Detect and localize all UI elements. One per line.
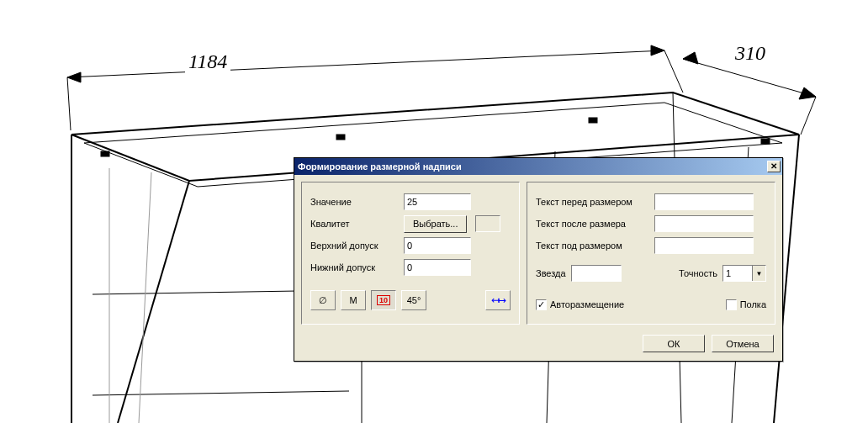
svg-rect-19 bbox=[761, 139, 770, 144]
qualitet-label: Квалитет bbox=[310, 219, 399, 229]
dimension-label-top: 1184 bbox=[185, 50, 230, 73]
svg-line-1 bbox=[67, 77, 71, 130]
star-input[interactable] bbox=[571, 265, 622, 282]
dimension-label-right: 310 bbox=[732, 42, 769, 65]
checkbox-checked-icon: ✓ bbox=[536, 299, 547, 310]
symbol-toolbar: ∅ М 10 45° ↤↦ bbox=[310, 288, 511, 312]
upper-tolerance-label: Верхний допуск bbox=[310, 241, 399, 251]
text-under-input[interactable] bbox=[654, 237, 754, 254]
autoplacement-checkbox[interactable]: ✓ Авторазмещение bbox=[536, 293, 624, 315]
svg-line-15 bbox=[139, 172, 151, 423]
metric-symbol-button[interactable]: М bbox=[341, 290, 366, 310]
checkbox-unchecked-icon bbox=[726, 299, 737, 310]
svg-marker-8 bbox=[799, 87, 816, 99]
svg-marker-3 bbox=[67, 72, 81, 82]
dialog-titlebar[interactable]: Формирование размерной надписи ✕ bbox=[294, 158, 782, 175]
boxed-10-icon: 10 bbox=[377, 295, 390, 305]
shelf-checkbox[interactable]: Полка bbox=[726, 293, 766, 315]
angle-symbol-button[interactable]: 45° bbox=[401, 290, 426, 310]
diameter-symbol-button[interactable]: ∅ bbox=[310, 290, 336, 310]
svg-line-2 bbox=[664, 50, 683, 93]
upper-tolerance-input[interactable] bbox=[404, 237, 471, 254]
svg-line-0 bbox=[67, 50, 664, 77]
star-label: Звезда bbox=[536, 268, 566, 278]
svg-line-6 bbox=[801, 97, 816, 135]
svg-line-13 bbox=[93, 391, 349, 395]
text-before-label: Текст перед размером bbox=[536, 197, 649, 207]
precision-label: Точность bbox=[679, 268, 717, 278]
svg-rect-16 bbox=[101, 151, 109, 156]
autoplacement-label: Авторазмещение bbox=[550, 299, 624, 309]
qualitet-display bbox=[475, 215, 500, 232]
text-after-input[interactable] bbox=[654, 215, 754, 232]
right-group: Текст перед размером Текст после размера… bbox=[527, 182, 775, 325]
ok-button[interactable]: ОК bbox=[643, 335, 705, 352]
value-input[interactable] bbox=[404, 193, 471, 210]
dropdown-icon[interactable]: ▼ bbox=[752, 266, 765, 281]
text-under-label: Текст под размером bbox=[536, 241, 649, 251]
precision-select[interactable]: 1 ▼ bbox=[722, 265, 766, 282]
cancel-button[interactable]: Отмена bbox=[712, 335, 774, 352]
precision-value: 1 bbox=[723, 266, 752, 281]
shelf-label: Полка bbox=[740, 299, 766, 309]
svg-marker-7 bbox=[683, 52, 698, 64]
svg-rect-18 bbox=[589, 118, 597, 123]
double-arrow-icon: ↤↦ bbox=[491, 294, 505, 306]
boxed-symbol-button[interactable]: 10 bbox=[371, 290, 396, 310]
close-icon[interactable]: ✕ bbox=[767, 161, 781, 172]
svg-marker-4 bbox=[651, 45, 664, 56]
dimension-text-dialog: Формирование размерной надписи ✕ Значени… bbox=[294, 157, 783, 362]
lower-tolerance-label: Нижний допуск bbox=[310, 262, 399, 272]
dialog-footer: ОК Отмена bbox=[294, 331, 782, 361]
svg-rect-17 bbox=[336, 135, 345, 140]
left-group: Значение Квалитет Выбрать... Верхний доп… bbox=[301, 182, 520, 325]
arrows-symbol-button[interactable]: ↤↦ bbox=[485, 290, 511, 310]
text-after-label: Текст после размера bbox=[536, 219, 649, 229]
dialog-title: Формирование размерной надписи bbox=[298, 161, 767, 172]
choose-qualitet-button[interactable]: Выбрать... bbox=[404, 215, 467, 233]
text-before-input[interactable] bbox=[654, 193, 754, 210]
lower-tolerance-input[interactable] bbox=[404, 259, 471, 276]
value-label: Значение bbox=[310, 197, 399, 207]
